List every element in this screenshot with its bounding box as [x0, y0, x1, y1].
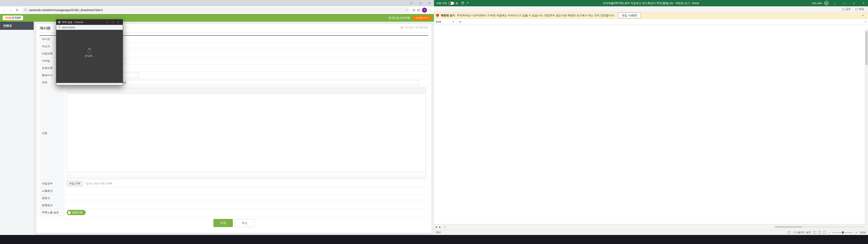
bookmark-star-icon[interactable]: ☆ — [405, 8, 408, 12]
zoom-out-icon[interactable]: − — [829, 231, 830, 234]
page-favicon — [58, 21, 60, 23]
vertical-scrollbar[interactable] — [865, 29, 868, 224]
form-row-attach: 파일첨부 파일 선택 * 업로드 용량 제한 10MB — [39, 180, 428, 187]
minimize-button[interactable]: — — [105, 21, 110, 24]
chevron-down-icon: ▼ — [452, 21, 455, 23]
scrollbar-thumb[interactable] — [775, 226, 802, 227]
close-button[interactable]: × — [860, 0, 868, 6]
site-info-icon[interactable]: ⓘ — [58, 26, 61, 29]
add-sheet-button[interactable]: + — [442, 225, 448, 228]
chrome-tab-strip: — □ × — [0, 0, 434, 6]
taskbar-right — [434, 235, 868, 244]
zoom-in-icon[interactable]: + — [855, 231, 857, 234]
form-row-gloption: 글옵션 — [39, 194, 428, 202]
admin-sidebar: 컨텐츠 — [0, 22, 34, 235]
excel-titlebar: 자동 저장 끔 ↶ (1차제출200728) 광주 직업계고 연수희망자 추천(… — [434, 0, 868, 6]
form-row-list: 목록노출 설정 발행안함 — [39, 209, 428, 216]
display-settings-icon[interactable] — [787, 231, 790, 233]
normal-view-icon[interactable] — [813, 231, 816, 234]
user-name[interactable]: Suh yelin — [812, 2, 822, 4]
user-avatar[interactable]: SY — [824, 1, 829, 5]
status-right: 디스플레이 설정 − + 100% — [787, 231, 866, 234]
maximize-button[interactable]: □ — [850, 0, 858, 6]
popup-title: 제목 없음 - Chrome — [62, 21, 84, 24]
horizontal-scrollbar[interactable] — [774, 226, 864, 228]
close-button[interactable]: × — [116, 21, 121, 24]
cancel-button[interactable]: 취소 — [235, 219, 254, 227]
toggle-icon[interactable] — [448, 2, 454, 5]
profile-avatar[interactable]: Y — [422, 8, 427, 13]
field-label: 파일첨부 — [39, 180, 64, 187]
shield-icon: ! — [436, 14, 439, 17]
popup-window[interactable]: 제목 없음 - Chrome — □ × ⓘ about:blank 로딩중..… — [56, 19, 123, 85]
taskbar-left — [0, 235, 434, 244]
close-button[interactable]: × — [425, 0, 434, 6]
share-button[interactable]: 공유 — [840, 7, 853, 11]
document-title: (1차제출200728) 광주 직업계고 연수희망자 추천(통합).xls - … — [603, 1, 699, 5]
forward-icon[interactable]: → — [8, 8, 13, 12]
editor-footer — [67, 174, 426, 179]
display-settings-label[interactable]: 디스플레이 설정 — [793, 231, 811, 234]
formula-input[interactable] — [464, 19, 863, 25]
zoom-slider[interactable] — [833, 232, 853, 233]
right-monitor: 자동 저장 끔 ↶ (1차제출200728) 광주 직업계고 연수희망자 추천(… — [434, 0, 868, 244]
reload-icon[interactable]: ↻ — [15, 8, 20, 12]
maximize-button[interactable]: □ — [416, 0, 425, 6]
zoom-level[interactable]: 100% — [860, 231, 866, 234]
undo-icon[interactable]: ↶ — [467, 2, 469, 5]
zoom-thumb[interactable] — [842, 231, 844, 234]
page-layout-view-icon[interactable] — [818, 231, 821, 234]
form-row-content: 내용 — [39, 86, 428, 180]
autosave-toggle[interactable]: 자동 저장 끔 — [434, 2, 460, 5]
popup-titlebar[interactable]: 제목 없음 - Chrome — □ × — [56, 20, 123, 25]
extension-icon[interactable] — [417, 9, 420, 11]
scrollbar-thumb[interactable] — [866, 31, 868, 65]
extension-icon[interactable] — [412, 9, 415, 11]
editor-toolbar — [67, 88, 426, 94]
attach-hint: * 업로드 용량 제한 10MB — [85, 182, 112, 185]
form-row-expose: 노출옵션 — [39, 187, 428, 194]
field-label: 목록노출 설정 — [39, 209, 64, 216]
onestop-logo[interactable]: ONESTOP — [3, 16, 23, 20]
autosave-state: 끔 — [456, 2, 458, 5]
name-box-value: G16 — [436, 20, 441, 24]
logo-one: ONE — [5, 16, 12, 20]
admin-top-right: 한국진로교육학회 사이트가기 — [389, 16, 432, 20]
sheet-tab-bar: ◀ ▶ + — [434, 224, 868, 230]
field-value: 발행안함 — [64, 209, 428, 216]
formula-expand-icon[interactable]: ▾ — [863, 21, 868, 23]
sheet-prev-icon[interactable]: ◀ — [434, 226, 438, 228]
popup-window-controls: — □ × — [105, 21, 121, 24]
maximize-button[interactable]: □ — [110, 21, 116, 24]
window-controls: — □ × — [407, 0, 434, 6]
site-info-icon[interactable]: ⓘ — [24, 8, 27, 12]
left-monitor: — □ × ← → ↻ ⓘ careeredu.net/admin/manage… — [0, 0, 434, 244]
breadcrumb: 홈 > 게시판 > 게시글 작성 — [401, 26, 428, 29]
address-bar[interactable]: ⓘ careeredu.net/admin/manage/apps/DUBU_B… — [22, 7, 410, 13]
minimize-button[interactable]: — — [407, 0, 416, 6]
close-icon[interactable]: × — [860, 14, 866, 17]
spinner-icon — [88, 49, 92, 53]
file-select-button[interactable]: 파일 선택 — [67, 181, 83, 186]
enable-editing-button[interactable]: 편집 사용(E) — [618, 13, 641, 18]
visit-site-button[interactable]: 사이트가기 — [412, 16, 432, 20]
name-box[interactable]: G16 ▼ — [434, 19, 457, 25]
popup-url: about:blank — [62, 26, 75, 29]
back-icon[interactable]: ← — [2, 8, 6, 12]
field-value: 파일 선택 * 업로드 용량 제한 10MB — [64, 180, 428, 187]
editor-body[interactable] — [67, 95, 426, 172]
share-label: 공유 — [845, 7, 851, 11]
comments-button[interactable]: 메모 — [853, 7, 866, 11]
chrome-menu-icon[interactable]: ⋮ — [429, 8, 432, 12]
sheet-next-icon[interactable]: ▶ — [438, 226, 442, 228]
field-label: 글옵션 — [39, 194, 64, 202]
page-break-view-icon[interactable] — [824, 231, 826, 234]
save-button[interactable]: 저장 — [213, 219, 233, 227]
save-icon[interactable] — [462, 2, 464, 4]
sheet-grid[interactable] — [434, 25, 868, 224]
popup-address-bar[interactable]: ⓘ about:blank — [56, 25, 123, 30]
ribbon-options-icon[interactable]: ⌄ — [831, 0, 838, 6]
fx-icon[interactable]: fx — [457, 20, 464, 24]
list-toggle[interactable]: 발행안함 — [67, 210, 86, 215]
minimize-button[interactable]: — — [840, 0, 848, 6]
